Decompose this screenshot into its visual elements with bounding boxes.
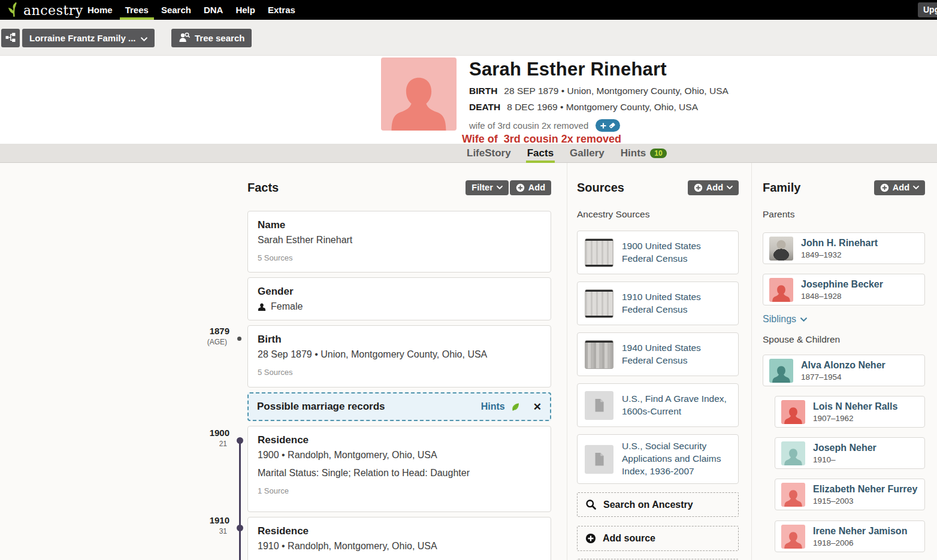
family-member-child[interactable]: Lois N Neher Ralls 1907–1962	[775, 396, 925, 428]
add-source-label: Add	[706, 183, 723, 192]
add-source-dropdown-button[interactable]: Add	[688, 180, 739, 195]
family-member-lifespan: 1849–1932	[801, 250, 878, 259]
family-member-child[interactable]: Irene Neher Jamison 1918–2006	[775, 520, 925, 552]
add-source-button[interactable]: Add source	[577, 526, 739, 551]
source-item[interactable]: 1910 United States Federal Census	[577, 281, 739, 325]
fact-card-gender[interactable]: Gender Female	[247, 277, 551, 320]
fact-card-birth[interactable]: Birth 28 Sep 1879 • Union, Montgomery Co…	[247, 325, 551, 388]
parents-label: Parents	[763, 209, 794, 220]
upgrade-button[interactable]: Upgrade	[918, 2, 937, 17]
male-avatar	[769, 359, 793, 383]
nav-item-extras[interactable]: Extras	[268, 0, 295, 20]
ancestry-logo[interactable]: ancestry	[6, 1, 83, 20]
family-member-lifespan: 1877–1954	[801, 373, 885, 382]
plus-circle-icon	[516, 183, 525, 192]
timeline-1900: 1900 21	[197, 428, 229, 448]
fact-value: 1910 • Randolph, Montgomery, Ohio, USA	[258, 541, 541, 552]
search-on-ancestry-button[interactable]: Search on Ancestry	[577, 492, 739, 517]
source-title: 1940 United States Federal Census	[622, 342, 731, 367]
family-member-spouse[interactable]: Alva Alonzo Neher 1877–1954	[763, 355, 925, 386]
family-member-name: John H. Rinehart	[801, 237, 878, 249]
spouse-children-label: Spouse & Children	[763, 334, 840, 345]
nav-item-dna[interactable]: DNA	[204, 0, 223, 20]
fact-sources[interactable]: 5 Sources	[258, 253, 541, 262]
fact-card-residence-1910[interactable]: Residence 1910 • Randolph, Montgomery, O…	[247, 517, 551, 560]
tab-facts[interactable]: Facts	[527, 144, 554, 163]
fact-title: Name	[258, 219, 541, 231]
person-icon	[258, 302, 266, 311]
add-tag-button[interactable]	[596, 119, 620, 132]
siblings-label: Siblings	[763, 314, 796, 325]
census-thumbnail	[585, 238, 613, 267]
profile-tabs: LifeStory Facts Gallery Hints 10	[0, 144, 937, 163]
search-icon	[585, 499, 597, 510]
document-icon	[585, 445, 613, 474]
family-member-lifespan: 1915–2003	[813, 497, 917, 505]
timeline-line	[239, 440, 241, 560]
facts-title: Facts	[247, 181, 279, 195]
fact-card-residence-1900[interactable]: Residence 1900 • Randolph, Montgomery, O…	[247, 426, 551, 512]
tab-gallery[interactable]: Gallery	[570, 144, 604, 163]
top-nav: ancestry Home Trees Search DNA Help Extr…	[0, 0, 937, 20]
hint-link[interactable]: Hints	[481, 401, 505, 412]
plus-circle-icon	[585, 533, 596, 544]
fact-card-name[interactable]: Name Sarah Esther Rinehart 5 Sources	[247, 211, 551, 273]
birth-label: BIRTH	[469, 86, 497, 96]
fact-sources[interactable]: 1 Source	[258, 486, 541, 495]
search-on-ancestry-label: Search on Ancestry	[603, 500, 693, 510]
portrait-photo	[769, 237, 793, 261]
nav-item-search[interactable]: Search	[161, 0, 191, 20]
family-member-lifespan: 1918–2006	[813, 538, 907, 547]
source-item[interactable]: 1940 United States Federal Census	[577, 332, 739, 376]
family-member-name: Lois N Neher Ralls	[813, 401, 897, 412]
tab-lifestory[interactable]: LifeStory	[467, 144, 511, 163]
column-divider	[751, 163, 752, 560]
siblings-toggle[interactable]: Siblings	[763, 314, 807, 325]
family-member-mother[interactable]: Josephine Becker 1848–1928	[763, 274, 925, 305]
add-fact-button[interactable]: Add	[510, 180, 551, 195]
source-title: 1910 United States Federal Census	[622, 291, 731, 316]
source-item[interactable]: 1900 United States Federal Census	[577, 231, 739, 274]
close-icon[interactable]: ✕	[533, 401, 542, 413]
hints-count-badge: 10	[650, 149, 666, 158]
census-thumbnail	[585, 289, 613, 318]
profile-summary: Sarah Esther Rinehart BIRTH 28 SEP 1879 …	[469, 59, 729, 146]
add-family-member-button[interactable]: Add	[874, 180, 925, 195]
female-avatar	[781, 483, 805, 507]
nav-item-home[interactable]: Home	[87, 0, 113, 20]
nav-item-trees[interactable]: Trees	[125, 0, 149, 20]
family-member-father[interactable]: John H. Rinehart 1849–1932	[763, 232, 925, 264]
ancestry-sources-label: Ancestry Sources	[577, 209, 649, 220]
female-avatar	[781, 400, 805, 424]
family-member-child[interactable]: Joseph Neher 1910–	[775, 437, 925, 469]
census-thumbnail	[585, 340, 613, 369]
source-item[interactable]: U.S., Find A Grave Index, 1600s-Current	[577, 383, 739, 427]
pedigree-view-button[interactable]	[1, 29, 20, 47]
add-fact-label: Add	[528, 183, 545, 192]
death-row: DEATH 8 DEC 1969 • Montgomery County, Oh…	[469, 102, 729, 113]
nav-item-help[interactable]: Help	[235, 0, 255, 20]
fact-title: Residence	[258, 434, 541, 446]
filter-button[interactable]: Filter	[466, 180, 508, 195]
fact-detail: Marital Status: Single; Relation to Head…	[258, 468, 541, 479]
family-title: Family	[763, 181, 800, 195]
tree-selector-dropdown[interactable]: Lorraine Frantz Family ...	[22, 29, 155, 47]
gender-value: Female	[271, 301, 303, 312]
profile-avatar[interactable]	[381, 57, 457, 131]
fact-title: Residence	[258, 525, 541, 537]
source-title: U.S., Social Security Applications and C…	[622, 440, 731, 478]
source-item[interactable]: U.S., Social Security Applications and C…	[577, 434, 739, 484]
hint-banner-marriage-records[interactable]: Possible marriage records Hints ✕	[247, 392, 551, 421]
tab-hints[interactable]: Hints 10	[621, 144, 667, 163]
tree-search-button[interactable]: Tree search	[171, 29, 252, 47]
family-member-name: Irene Neher Jamison	[813, 525, 907, 537]
fact-sources[interactable]: 5 Sources	[258, 368, 541, 377]
tree-toolbar: Lorraine Frantz Family ... Tree search	[0, 20, 937, 56]
female-avatar	[769, 278, 793, 302]
fact-title: Gender	[258, 286, 541, 298]
family-member-child[interactable]: Elizabeth Neher Furrey 1915–2003	[775, 479, 925, 510]
facts-list: Name Sarah Esther Rinehart 5 Sources Gen…	[247, 211, 551, 560]
timeline-dot-1879	[237, 337, 241, 341]
add-family-label: Add	[893, 183, 909, 192]
plus-circle-icon	[694, 183, 703, 192]
